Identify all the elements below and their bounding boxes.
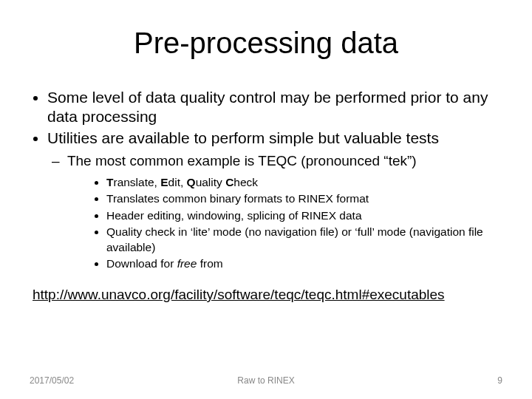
- bullet-text: Download for: [106, 257, 177, 270]
- bullet-item: The most common example is TEQC (pronoun…: [64, 152, 502, 272]
- bullet-list-level3: Translate, Edit, Quality Check Translate…: [64, 175, 502, 272]
- download-link[interactable]: http://www.unavco.org/facility/software/…: [33, 287, 445, 303]
- teqc-text: dit,: [168, 176, 187, 188]
- teqc-text: ranslate,: [113, 176, 160, 188]
- bullet-item: Header editing, windowing, splicing of R…: [106, 208, 502, 223]
- bullet-item: Download for free from: [106, 256, 502, 271]
- teqc-letter: E: [160, 176, 168, 188]
- bullet-item: Utilities are available to perform simpl…: [47, 129, 502, 272]
- teqc-text: uality: [196, 176, 226, 188]
- teqc-letter: Q: [187, 176, 196, 188]
- teqc-text: heck: [233, 176, 258, 188]
- bullet-list-level2: The most common example is TEQC (pronoun…: [47, 152, 502, 272]
- footer-title: Raw to RINEX: [0, 375, 532, 386]
- bullet-list-level1: Some level of data quality control may b…: [30, 88, 502, 272]
- slide-footer: 2017/05/02 Raw to RINEX 9: [0, 375, 532, 386]
- bullet-item: Translates common binary formats to RINE…: [106, 191, 502, 206]
- bullet-item: Some level of data quality control may b…: [47, 88, 502, 126]
- slide: Pre-processing data Some level of data q…: [0, 0, 532, 399]
- bullet-item: Quality check in ‘lite’ mode (no navigat…: [106, 225, 502, 255]
- bullet-text: The most common example is TEQC (pronoun…: [67, 153, 417, 168]
- slide-title: Pre-processing data: [30, 27, 502, 60]
- bullet-text: Utilities are available to perform simpl…: [47, 129, 439, 146]
- bullet-text-em: free: [177, 257, 197, 270]
- teqc-letter: C: [225, 176, 233, 188]
- bullet-item: Translate, Edit, Quality Check: [106, 175, 502, 190]
- bullet-text: from: [197, 257, 222, 270]
